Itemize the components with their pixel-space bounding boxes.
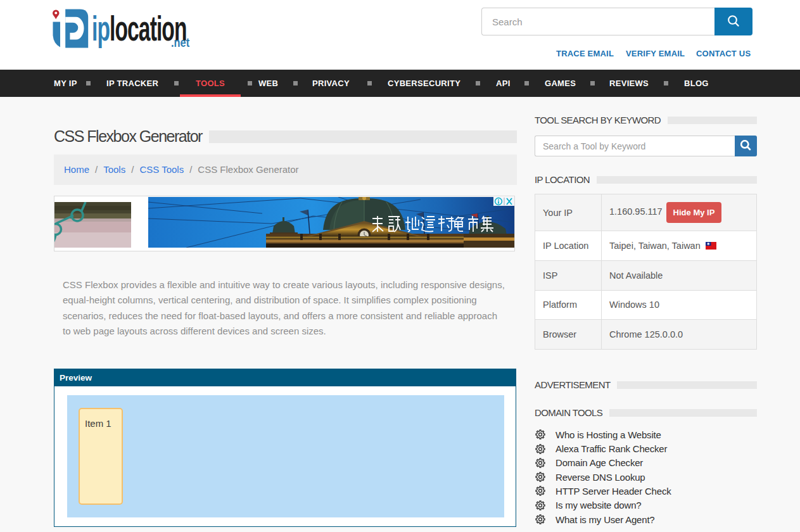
svg-text:.net: .net (171, 35, 190, 49)
